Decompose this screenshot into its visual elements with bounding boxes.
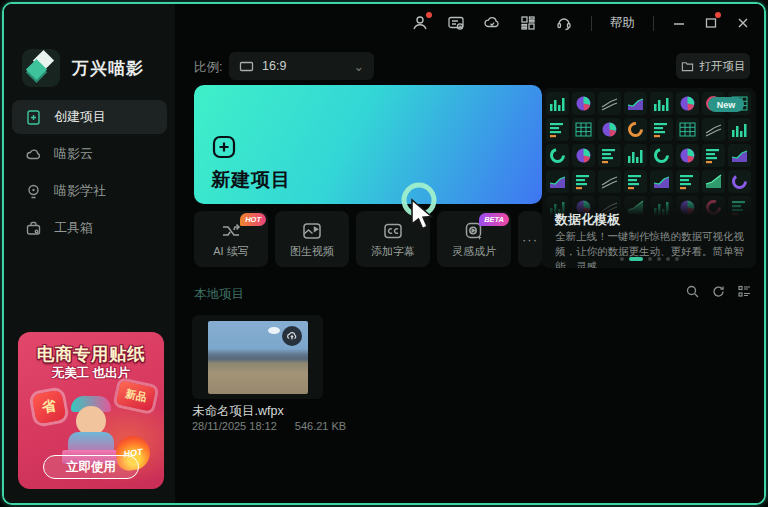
- action-ai-extend[interactable]: HOT AI 续写: [194, 211, 268, 267]
- app-title: 万兴喵影: [72, 57, 144, 80]
- template-thumb-pie: [572, 144, 595, 167]
- open-project-button[interactable]: 打开项目: [676, 53, 750, 79]
- new-project-label: 新建项目: [211, 167, 291, 193]
- account-icon[interactable]: [411, 14, 429, 32]
- carousel-dot[interactable]: [666, 257, 670, 261]
- template-thumb-table: [676, 118, 699, 141]
- ratio-label: 比例:: [194, 59, 222, 76]
- sidebar-item-academy[interactable]: 喵影学社: [12, 174, 167, 208]
- template-thumb-vbar: [650, 92, 673, 115]
- carousel-dot[interactable]: [620, 257, 624, 261]
- sidebar-item-label: 工具箱: [54, 219, 93, 237]
- list-view-icon[interactable]: [737, 284, 752, 299]
- template-thumb-hbar: [598, 144, 621, 167]
- local-projects-title: 本地项目: [194, 286, 244, 303]
- promo-banner[interactable]: 电商专用贴纸 无美工 也出片 省 新品 HOT 立即使用: [18, 332, 164, 489]
- template-thumb-donut-o: [624, 118, 647, 141]
- brand: 万兴喵影: [22, 49, 144, 87]
- title-bar: 帮助: [175, 4, 764, 42]
- thumbnail-cloud: [268, 327, 280, 334]
- template-thumb-pie: [598, 118, 621, 141]
- ratio-value: 16:9: [262, 59, 286, 73]
- minimize-button[interactable]: [672, 14, 686, 32]
- action-image-to-video[interactable]: 图生视频: [275, 211, 349, 267]
- apps-grid-icon[interactable]: [519, 14, 537, 32]
- template-thumb-donut-t: [546, 144, 569, 167]
- app-logo-icon: [22, 49, 60, 87]
- template-description: 全新上线！一键制作惊艳的数据可视化视频，让你的数据更生动、更好看。简单智能，灵感…: [555, 229, 745, 268]
- update-dot: [715, 12, 721, 18]
- action-label: 灵感成片: [452, 244, 496, 259]
- template-carousel-card[interactable]: New 数据化模板 全新上线！一键制作惊艳的数据可视化视频，让你的数据更生动、更…: [542, 88, 756, 268]
- action-add-subtitles[interactable]: 添加字幕: [356, 211, 430, 267]
- search-icon[interactable]: [685, 284, 700, 299]
- plan-list-icon[interactable]: [447, 14, 465, 32]
- template-thumb-vbar: [728, 118, 751, 141]
- promo-headline: 电商专用贴纸: [18, 342, 164, 366]
- close-button[interactable]: [736, 14, 750, 32]
- template-thumb-hbar: [650, 118, 673, 141]
- sidebar-item-create-project[interactable]: 创建项目: [12, 100, 167, 134]
- promo-subline: 无美工 也出片: [18, 365, 164, 382]
- project-size: 546.21 KB: [295, 420, 346, 432]
- community-pin-icon: [25, 183, 42, 200]
- open-project-label: 打开项目: [700, 59, 746, 74]
- template-thumb-hbar: [546, 118, 569, 141]
- notification-dot: [426, 12, 432, 18]
- template-thumb-table: [572, 118, 595, 141]
- action-inspiration-clip[interactable]: BETA 灵感成片: [437, 211, 511, 267]
- support-headset-icon[interactable]: [555, 14, 573, 32]
- template-thumb-lines: [702, 118, 725, 141]
- template-thumb-pie: [676, 144, 699, 167]
- image-to-video-icon: [301, 220, 323, 242]
- subtitles-cc-icon: [382, 220, 404, 242]
- carousel-dot[interactable]: [657, 257, 661, 261]
- aspect-ratio-select[interactable]: 16:9 ⌄: [229, 52, 374, 80]
- local-projects-tools: [685, 284, 752, 299]
- toolbar-row: 比例: 16:9 ⌄ 打开项目: [194, 52, 756, 80]
- project-meta: 28/11/2025 18:12 546.21 KB: [192, 420, 346, 432]
- sidebar-item-toolbox[interactable]: 工具箱: [12, 211, 167, 245]
- sidebar-item-label: 喵影云: [54, 145, 93, 163]
- new-badge: New: [708, 97, 744, 112]
- template-thumb-area: [624, 92, 647, 115]
- sidebar-item-label: 创建项目: [54, 108, 106, 126]
- action-label: AI 续写: [213, 244, 248, 259]
- template-thumb-lines: [598, 92, 621, 115]
- template-thumb-donut-t: [650, 144, 673, 167]
- plus-icon: [211, 134, 237, 160]
- project-thumbnail: [208, 321, 308, 394]
- template-thumb-vbar: [624, 144, 647, 167]
- help-menu[interactable]: 帮助: [610, 15, 635, 32]
- beta-badge: BETA: [479, 213, 509, 226]
- new-product-sticker: 新品: [116, 381, 156, 412]
- chevron-down-icon: ⌄: [354, 59, 364, 74]
- more-actions-button[interactable]: ···: [518, 211, 542, 267]
- ai-extend-icon: [220, 220, 242, 242]
- titlebar-divider: [653, 16, 654, 31]
- carousel-dot[interactable]: [675, 257, 679, 261]
- sidebar-item-cloud[interactable]: 喵影云: [12, 137, 167, 171]
- app-window: 帮助 万兴喵影 创建项目: [2, 2, 766, 505]
- file-plus-icon: [25, 109, 42, 126]
- cloud-sync-icon[interactable]: [483, 14, 501, 32]
- cloud-upload-icon[interactable]: [282, 326, 302, 346]
- project-date: 28/11/2025 18:12: [192, 420, 277, 432]
- project-name: 未命名项目.wfpx: [192, 403, 284, 420]
- template-thumb-hbar: [702, 144, 725, 167]
- maximize-button[interactable]: [704, 14, 718, 32]
- template-thumb-pie: [572, 92, 595, 115]
- save-sticker: 省: [32, 390, 67, 425]
- carousel-dot[interactable]: [629, 257, 643, 261]
- carousel-dot[interactable]: [648, 257, 652, 261]
- template-thumb-area: [728, 144, 751, 167]
- promo-use-now-button[interactable]: 立即使用: [43, 455, 139, 479]
- template-thumb-vbar: [546, 92, 569, 115]
- refresh-icon[interactable]: [711, 284, 726, 299]
- folder-icon: [681, 60, 694, 73]
- hot-badge: HOT: [240, 213, 266, 226]
- new-project-button[interactable]: 新建项目: [194, 85, 542, 204]
- cloud-icon: [25, 146, 42, 163]
- project-card[interactable]: [192, 315, 323, 399]
- template-title: 数据化模板: [555, 211, 620, 229]
